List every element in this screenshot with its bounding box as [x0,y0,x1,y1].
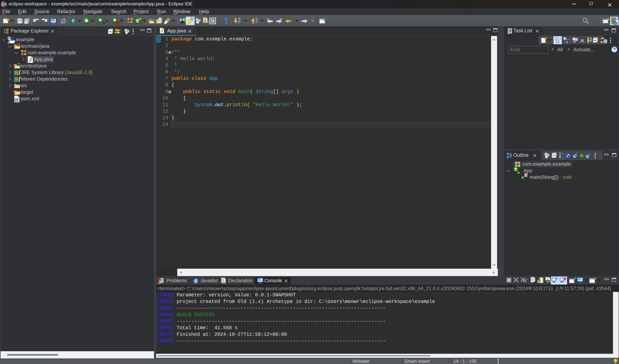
svg-text:C: C [515,167,517,172]
svg-text:J: J [161,29,163,33]
svg-text:M: M [8,36,11,40]
svg-text:J: J [616,17,619,21]
svg-text:@: @ [195,279,197,284]
svg-text:C: C [136,19,140,24]
svg-text:!: ! [159,282,159,283]
svg-text:?: ? [613,47,616,52]
svg-text:a: a [562,152,564,156]
svg-text:L: L [589,152,591,155]
svg-text:z: z [562,155,564,159]
svg-text:J: J [11,36,13,40]
svg-text:M: M [15,98,18,102]
svg-text:C: C [183,18,185,22]
svg-text:!: ! [8,41,9,43]
svg-text:S: S [525,173,527,177]
svg-text:S: S [576,152,578,155]
svg-text:J: J [29,57,31,63]
